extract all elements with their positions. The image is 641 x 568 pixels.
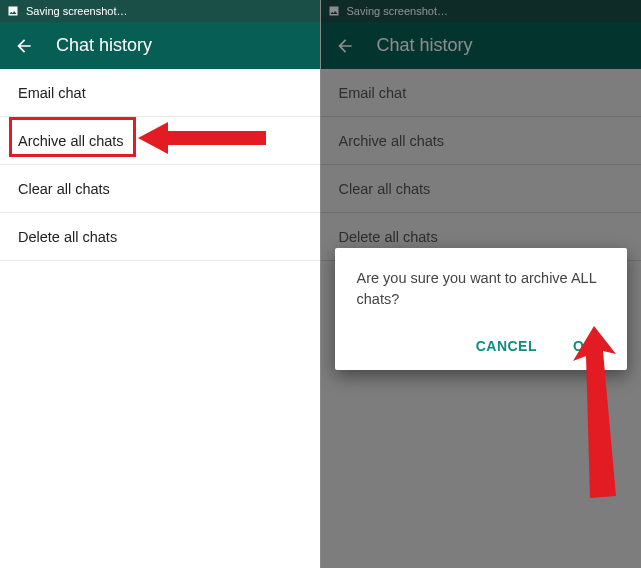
list-item-clear-all-chats[interactable]: Clear all chats [321, 165, 642, 213]
status-text: Saving screenshot… [347, 5, 449, 17]
list-item-label: Clear all chats [339, 181, 431, 197]
app-bar: Chat history [321, 22, 642, 69]
back-arrow-icon[interactable] [335, 36, 355, 56]
list-item-label: Archive all chats [18, 133, 124, 149]
list-item-label: Email chat [339, 85, 407, 101]
back-arrow-icon[interactable] [14, 36, 34, 56]
list-item-archive-all-chats[interactable]: Archive all chats [0, 117, 320, 165]
list-item-email-chat[interactable]: Email chat [0, 69, 320, 117]
status-bar: Saving screenshot… [0, 0, 320, 22]
list-item-label: Email chat [18, 85, 86, 101]
status-bar: Saving screenshot… [321, 0, 642, 22]
page-title: Chat history [377, 35, 473, 56]
settings-list: Email chat Archive all chats Clear all c… [321, 69, 642, 261]
list-item-archive-all-chats[interactable]: Archive all chats [321, 117, 642, 165]
list-item-clear-all-chats[interactable]: Clear all chats [0, 165, 320, 213]
list-item-label: Archive all chats [339, 133, 445, 149]
list-item-label: Clear all chats [18, 181, 110, 197]
right-screenshot: Saving screenshot… Chat history Email ch… [321, 0, 642, 568]
list-item-delete-all-chats[interactable]: Delete all chats [0, 213, 320, 261]
app-bar: Chat history [0, 22, 320, 69]
page-title: Chat history [56, 35, 152, 56]
list-item-label: Delete all chats [18, 229, 117, 245]
ok-button[interactable]: OK [567, 330, 601, 362]
list-item-email-chat[interactable]: Email chat [321, 69, 642, 117]
left-screenshot: Saving screenshot… Chat history Email ch… [0, 0, 320, 568]
cancel-button[interactable]: CANCEL [470, 330, 543, 362]
image-icon [327, 5, 341, 17]
list-item-label: Delete all chats [339, 229, 438, 245]
settings-list: Email chat Archive all chats Clear all c… [0, 69, 320, 261]
dialog-actions: CANCEL OK [357, 330, 606, 362]
status-text: Saving screenshot… [26, 5, 128, 17]
dialog-message: Are you sure you want to archive ALL cha… [357, 268, 606, 310]
image-icon [6, 5, 20, 17]
confirm-dialog: Are you sure you want to archive ALL cha… [335, 248, 628, 370]
